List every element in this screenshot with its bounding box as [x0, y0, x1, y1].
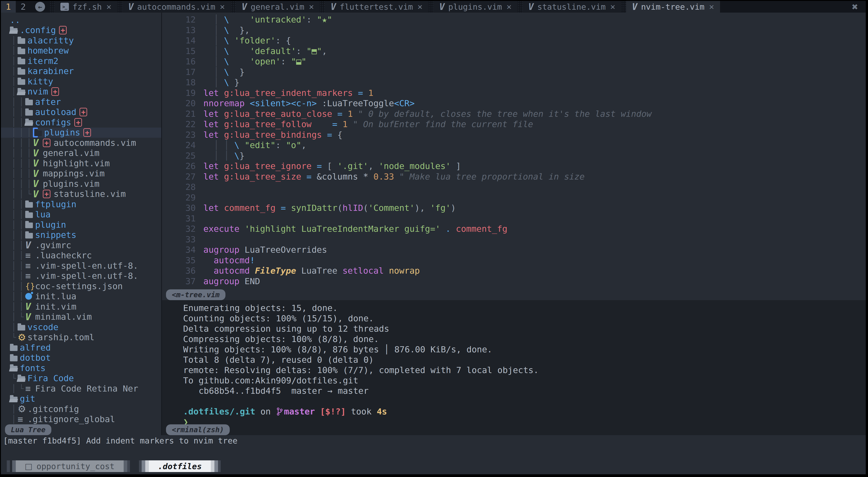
tree-item-dotbot[interactable]: dotbot — [10, 353, 161, 363]
last-tab-icon[interactable]: ← — [35, 2, 45, 12]
shell-prompt-symbol[interactable]: ❯ — [183, 417, 866, 424]
code-text: autocmd! — [204, 255, 255, 266]
git-modified-badge: + — [51, 87, 59, 96]
tree-item-.luacheckrc[interactable]: ││≡.luacheckrc — [10, 250, 161, 261]
folder-icon — [10, 345, 18, 351]
file-tree-list: ...config+│alacritty│homebrew│iterm2│kar… — [1, 12, 161, 424]
tab-autocommands.vim[interactable]: Vautocommands.vim× — [122, 1, 231, 12]
tree-item-coc-settings.json[interactable]: ││{}coc-settings.json — [10, 281, 161, 292]
tab-nvim-tree.vim[interactable]: Vnvim-tree.vim× — [626, 1, 720, 12]
tree-item-statusline.vim[interactable]: ││└V+statusline.vim — [10, 189, 161, 199]
tree-item-init.vim[interactable]: ││Vinit.vim — [10, 302, 161, 312]
tree-guide: │ — [18, 200, 25, 209]
powerline-segment — [127, 461, 130, 472]
tab-close-icon[interactable]: × — [709, 2, 714, 12]
tree-item-snippets[interactable]: ││snippets — [10, 230, 161, 240]
tree-label: Fira Code Retina Ner — [35, 384, 138, 394]
line-number: 29 — [162, 192, 196, 203]
tree-guide: │ — [18, 190, 25, 199]
tab-close-icon[interactable]: × — [309, 2, 314, 12]
tab-separator — [428, 1, 433, 12]
code-text: augroup LuaTreeOverrides — [204, 245, 327, 255]
tree-label: nvim — [28, 87, 48, 97]
tree-item-alacritty[interactable]: │alacritty — [10, 35, 161, 46]
tree-label: init.vim — [35, 302, 76, 312]
tree-item-autocommands.vim[interactable]: │││V+autocommands.vim — [10, 138, 161, 148]
tree-item-autoload[interactable]: ││autoload+ — [10, 107, 161, 117]
tree-item-.gitconfig[interactable]: │⚙.gitconfig — [10, 404, 161, 414]
code-window-label: <m-tree.vim — [166, 289, 225, 300]
tree-item-.vim-spell-en.utf-8.[interactable]: ││≡.vim-spell-en.utf-8. — [10, 261, 161, 271]
tree-item-fonts[interactable]: fonts — [10, 363, 161, 373]
line-number: 17 — [162, 67, 196, 77]
powerline-segment — [145, 461, 149, 472]
tab-close-icon[interactable]: × — [220, 2, 225, 12]
tree-label: alacritty — [28, 36, 74, 45]
close-icon[interactable]: ✖ — [852, 1, 858, 13]
tab-close-icon[interactable]: × — [506, 2, 512, 12]
tree-item-minimal.vim[interactable]: │└Vminimal.vim — [10, 312, 161, 322]
code-line: 20nnoremap <silent><c-n> :LuaTreeToggle<… — [162, 98, 866, 109]
tab-label: plugins.vim — [448, 2, 502, 11]
tab-number-1[interactable]: 1 — [1, 1, 16, 12]
tab-statusline.vim[interactable]: Vstatusline.vim× — [523, 1, 621, 12]
line-number: 31 — [162, 213, 196, 224]
tree-item-homebrew[interactable]: │homebrew — [10, 46, 161, 56]
tree-item-.gitignore_global[interactable]: │≡.gitignore_global — [10, 414, 161, 424]
tree-label: .. — [10, 15, 20, 25]
code-text: │ │ \} — [204, 150, 245, 161]
tab-general.vim[interactable]: Vgeneral.vim× — [236, 1, 320, 12]
tree-item-after[interactable]: ││after — [10, 97, 161, 107]
tree-item-init.lua[interactable]: ││init.lua — [10, 292, 161, 302]
tree-guide: └ — [18, 312, 25, 321]
tree-item-nvim[interactable]: │nvim+ — [10, 87, 161, 97]
tree-item-mappings.vim[interactable]: │││Vmappings.vim — [10, 169, 161, 179]
tab-number-2[interactable]: 2 — [16, 1, 31, 12]
tree-item-.vim-spell-en.utf-8.[interactable]: ││≡.vim-spell-en.utf-8. — [10, 271, 161, 281]
tree-item-alfred[interactable]: alfred — [10, 342, 161, 353]
editor-pane[interactable]: 12 │ \ 'untracked': "★"13 │ \ },14 │ \ '… — [162, 12, 866, 435]
tree-item-vscode[interactable]: │vscode — [10, 322, 161, 332]
folder-icon — [18, 325, 25, 331]
tab-close-icon[interactable]: × — [417, 2, 423, 12]
powerline-segment — [218, 461, 221, 472]
tab-fluttertest.vim[interactable]: Vfluttertest.vim× — [325, 1, 428, 12]
tree-item-Fira-Code[interactable]: └Fira Code — [10, 373, 161, 384]
tree-item-iterm2[interactable]: │iterm2 — [10, 56, 161, 66]
tree-item-plugins[interactable]: │││plugins+ — [1, 128, 161, 138]
tree-guide: │ — [18, 302, 25, 311]
tab-close-icon[interactable]: × — [610, 2, 615, 12]
tab-close-icon[interactable]: × — [106, 2, 112, 12]
folder-open-icon — [25, 120, 33, 126]
tree-guide: │ — [10, 107, 18, 116]
file-tree-pane[interactable]: ...config+│alacritty│homebrew│iterm2│kar… — [1, 12, 161, 435]
code-line: 13 │ \ }, — [162, 25, 866, 36]
tree-item-karabiner[interactable]: │karabiner — [10, 66, 161, 76]
tree-item-.config[interactable]: .config+ — [10, 25, 161, 36]
tree-item-ftplugin[interactable]: ││ftplugin — [10, 199, 161, 209]
tree-label: .vim-spell-en.utf-8. — [35, 261, 138, 271]
code-buffer[interactable]: 12 │ \ 'untracked': "★"13 │ \ },14 │ \ '… — [162, 12, 866, 289]
tree-item-plugins.vim[interactable]: │││Vplugins.vim — [10, 179, 161, 189]
tree-item-lua[interactable]: ││lua — [10, 209, 161, 220]
tab-label: nvim-tree.vim — [641, 2, 705, 11]
tree-item-.gvimrc[interactable]: ││V.gvimrc — [10, 240, 161, 250]
tree-item-starship.toml[interactable]: └⚙starship.toml — [10, 332, 161, 343]
tree-item-Fira-Code-Retina-Ner[interactable]: │└≡Fira Code Retina Ner — [10, 383, 161, 394]
tmux-window-dotfiles[interactable]: .dotfiles — [139, 461, 221, 472]
tab-fzf.sh[interactable]: >_fzf.sh× — [55, 1, 117, 12]
terminal-split[interactable]: Enumerating objects: 15, done.Counting o… — [162, 300, 866, 435]
tab-plugins.vim[interactable]: Vplugins.vim× — [433, 1, 517, 12]
tree-item-configs[interactable]: ││configs+ — [10, 117, 161, 128]
tree-item-plugin[interactable]: ││plugin — [10, 219, 161, 230]
tree-item-..[interactable]: .. — [10, 15, 161, 25]
tree-item-highlight.vim[interactable]: │││Vhighlight.vim — [10, 158, 161, 169]
terminal-line: Delta compression using up to 12 threads — [183, 323, 866, 334]
tree-item-kitty[interactable]: │kitty — [10, 76, 161, 87]
tree-label: Fira Code — [28, 373, 74, 383]
tree-guide: │ — [18, 271, 25, 280]
terminal-icon: >_ — [60, 3, 69, 11]
tree-item-general.vim[interactable]: │││Vgeneral.vim — [10, 148, 161, 159]
tmux-window-opportunity_cost[interactable]: □opportunity_cost — [7, 461, 130, 472]
tree-item-git[interactable]: git — [10, 394, 161, 404]
